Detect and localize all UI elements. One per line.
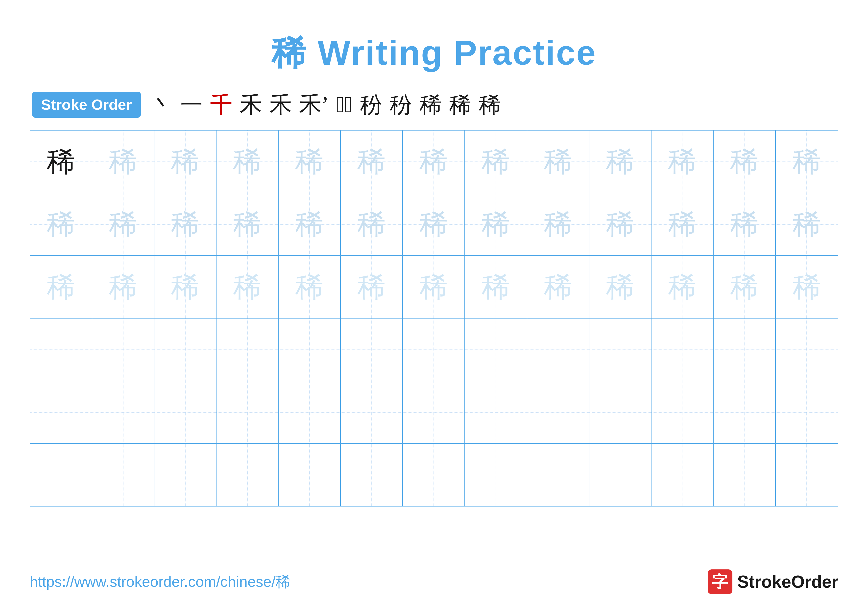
cell-1-6[interactable]: 稀 <box>341 131 403 193</box>
cell-2-9[interactable]: 稀 <box>527 193 589 255</box>
cell-6-13[interactable] <box>776 444 838 506</box>
grid-row-4 <box>30 319 838 381</box>
cell-1-5[interactable]: 稀 <box>279 131 341 193</box>
cell-6-8[interactable] <box>465 444 527 506</box>
cell-2-11[interactable]: 稀 <box>651 193 714 255</box>
strokeorder-logo-icon: 字 <box>708 569 732 594</box>
cell-2-10[interactable]: 稀 <box>589 193 651 255</box>
cell-6-9[interactable] <box>527 444 589 506</box>
cell-6-5[interactable] <box>279 444 341 506</box>
cell-1-3[interactable]: 稀 <box>154 131 217 193</box>
cell-5-6[interactable] <box>341 381 403 443</box>
cell-3-11[interactable]: 稀 <box>651 256 714 318</box>
char-2-3: 稀 <box>171 210 200 238</box>
cell-2-13[interactable]: 稀 <box>776 193 838 255</box>
grid-row-1: 稀 稀 稀 稀 稀 稀 稀 稀 稀 稀 稀 稀 稀 <box>30 131 838 193</box>
cell-4-13[interactable] <box>776 319 838 381</box>
cell-4-2[interactable] <box>92 319 154 381</box>
cell-3-4[interactable]: 稀 <box>217 256 279 318</box>
cell-2-1[interactable]: 稀 <box>30 193 92 255</box>
cell-3-2[interactable]: 稀 <box>92 256 154 318</box>
cell-6-6[interactable] <box>341 444 403 506</box>
cell-5-8[interactable] <box>465 381 527 443</box>
cell-6-2[interactable] <box>92 444 154 506</box>
cell-5-13[interactable] <box>776 381 838 443</box>
stroke-6: 禾’ <box>299 93 329 116</box>
char-2-10: 稀 <box>606 210 634 238</box>
cell-6-12[interactable] <box>714 444 776 506</box>
cell-4-12[interactable] <box>714 319 776 381</box>
cell-2-7[interactable]: 稀 <box>403 193 465 255</box>
cell-5-1[interactable] <box>30 381 92 443</box>
cell-3-1[interactable]: 稀 <box>30 256 92 318</box>
cell-1-13[interactable]: 稀 <box>776 131 838 193</box>
cell-3-3[interactable]: 稀 <box>154 256 217 318</box>
cell-4-7[interactable] <box>403 319 465 381</box>
cell-5-7[interactable] <box>403 381 465 443</box>
title-chinese: 稀 <box>271 33 307 72</box>
cell-2-6[interactable]: 稀 <box>341 193 403 255</box>
cell-5-9[interactable] <box>527 381 589 443</box>
cell-4-11[interactable] <box>651 319 714 381</box>
char-1-5: 稀 <box>295 148 324 176</box>
cell-5-12[interactable] <box>714 381 776 443</box>
char-1-4: 稀 <box>233 148 262 176</box>
cell-2-5[interactable]: 稀 <box>279 193 341 255</box>
cell-6-1[interactable] <box>30 444 92 506</box>
cell-3-10[interactable]: 稀 <box>589 256 651 318</box>
cell-5-4[interactable] <box>217 381 279 443</box>
cell-1-1[interactable]: 稀 <box>30 131 92 193</box>
cell-5-5[interactable] <box>279 381 341 443</box>
char-1-9: 稀 <box>544 148 572 176</box>
cell-4-5[interactable] <box>279 319 341 381</box>
cell-4-9[interactable] <box>527 319 589 381</box>
cell-4-3[interactable] <box>154 319 217 381</box>
cell-4-1[interactable] <box>30 319 92 381</box>
cell-6-11[interactable] <box>651 444 714 506</box>
cell-1-11[interactable]: 稀 <box>651 131 714 193</box>
cell-4-10[interactable] <box>589 319 651 381</box>
grid-row-6 <box>30 444 838 506</box>
stroke-8: 秎 <box>360 93 382 116</box>
footer-logo: 字 StrokeOrder <box>708 569 838 594</box>
char-2-2: 稀 <box>109 210 137 238</box>
cell-4-8[interactable] <box>465 319 527 381</box>
cell-6-4[interactable] <box>217 444 279 506</box>
stroke-5: 禾 <box>270 93 292 116</box>
cell-1-8[interactable]: 稀 <box>465 131 527 193</box>
cell-2-4[interactable]: 稀 <box>217 193 279 255</box>
stroke-10: 稀 <box>419 93 442 116</box>
cell-5-2[interactable] <box>92 381 154 443</box>
cell-1-2[interactable]: 稀 <box>92 131 154 193</box>
cell-3-5[interactable]: 稀 <box>279 256 341 318</box>
cell-3-9[interactable]: 稀 <box>527 256 589 318</box>
char-3-9: 稀 <box>544 273 572 301</box>
cell-3-8[interactable]: 稀 <box>465 256 527 318</box>
cell-3-6[interactable]: 稀 <box>341 256 403 318</box>
cell-2-12[interactable]: 稀 <box>714 193 776 255</box>
cell-5-3[interactable] <box>154 381 217 443</box>
cell-5-10[interactable] <box>589 381 651 443</box>
cell-1-10[interactable]: 稀 <box>589 131 651 193</box>
cell-3-12[interactable]: 稀 <box>714 256 776 318</box>
stroke-order-row: Stroke Order 丶 一 千 禾 禾 禾’ 禾́ 秎 秎 稀 稀 稀 <box>30 92 838 118</box>
cell-6-7[interactable] <box>403 444 465 506</box>
cell-4-4[interactable] <box>217 319 279 381</box>
stroke-order-badge: Stroke Order <box>32 92 141 118</box>
cell-2-2[interactable]: 稀 <box>92 193 154 255</box>
cell-1-9[interactable]: 稀 <box>527 131 589 193</box>
cell-3-13[interactable]: 稀 <box>776 256 838 318</box>
cell-4-6[interactable] <box>341 319 403 381</box>
cell-1-7[interactable]: 稀 <box>403 131 465 193</box>
footer-url[interactable]: https://www.strokeorder.com/chinese/稀 <box>30 572 290 592</box>
cell-6-3[interactable] <box>154 444 217 506</box>
cell-6-10[interactable] <box>589 444 651 506</box>
char-1-1: 稀 <box>47 148 75 176</box>
cell-1-12[interactable]: 稀 <box>714 131 776 193</box>
cell-5-11[interactable] <box>651 381 714 443</box>
cell-3-7[interactable]: 稀 <box>403 256 465 318</box>
cell-1-4[interactable]: 稀 <box>217 131 279 193</box>
cell-2-8[interactable]: 稀 <box>465 193 527 255</box>
stroke-3: 千 <box>210 93 232 116</box>
cell-2-3[interactable]: 稀 <box>154 193 217 255</box>
